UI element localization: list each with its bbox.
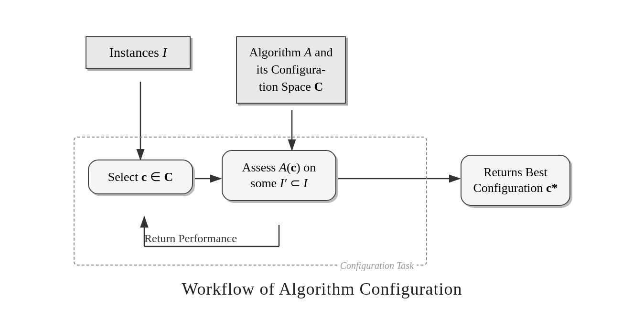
instances-italic: I	[162, 45, 167, 60]
diagram-container: Instances I Algorithm A andits Configura…	[59, 27, 585, 304]
return-performance-label: Return Performance	[144, 232, 237, 245]
config-task-label: Configuration Task	[337, 260, 417, 271]
instances-box: Instances I	[86, 36, 191, 69]
instances-label: Instances	[109, 45, 162, 60]
assess-box: Assess A(c) onsome I′ ⊂ I	[222, 150, 336, 202]
select-box: Select c ∈ C	[88, 160, 193, 195]
returns-box: Returns BestConfiguration c*	[461, 155, 570, 206]
page-title: Workflow of Algorithm Configuration	[182, 279, 462, 299]
algorithm-box: Algorithm A andits Configura-tion Space …	[236, 36, 346, 104]
select-label: Select c ∈ C	[108, 170, 173, 184]
algorithm-label: Algorithm A andits Configura-tion Space …	[249, 45, 333, 94]
returns-label: Returns BestConfiguration c*	[473, 165, 558, 195]
assess-label: Assess A(c) onsome I′ ⊂ I	[242, 160, 316, 191]
